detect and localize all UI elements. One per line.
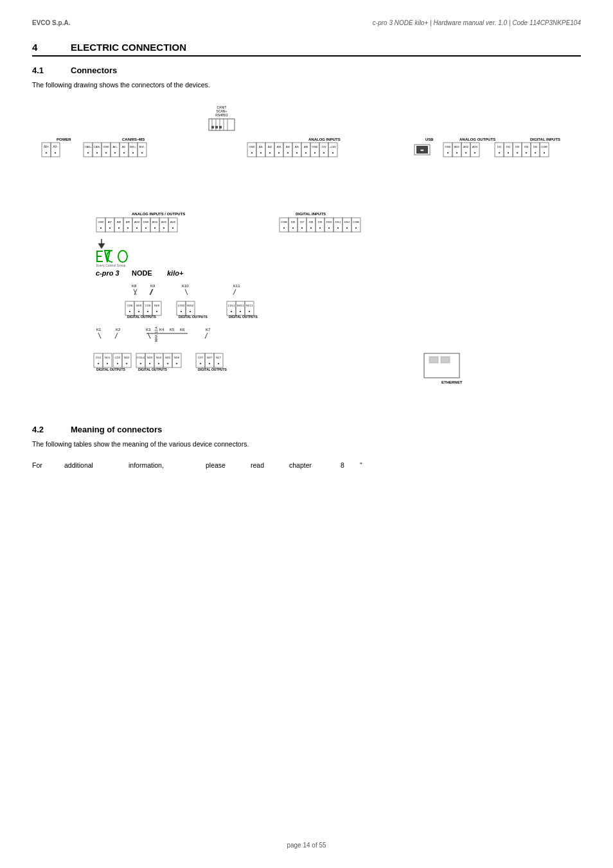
section42-heading: 4.2 Meaning of connectors: [32, 425, 581, 434]
svg-text:⬌: ⬌: [420, 148, 424, 152]
svg-text:●: ●: [163, 226, 165, 229]
svg-marker-164: [98, 244, 105, 249]
svg-text:AI4: AI4: [286, 145, 290, 148]
page-header: EVCO S.p.A. c-pro 3 NODE kilo+ | Hardwar…: [32, 19, 581, 26]
svg-text:AI10: AI10: [134, 220, 140, 224]
svg-text:K11: K11: [233, 284, 240, 288]
svg-text:K5: K5: [170, 328, 175, 332]
page-footer: page 14 of 55: [0, 842, 613, 849]
svg-text:●: ●: [456, 151, 458, 154]
svg-text:GND: GND: [98, 220, 104, 224]
svg-text:●: ●: [114, 151, 116, 154]
svg-text:NO8: NO8: [136, 304, 142, 307]
svg-text:●: ●: [240, 310, 242, 313]
svg-text:AO2: AO2: [463, 145, 469, 148]
svg-text:●: ●: [126, 362, 128, 365]
svg-text:AI8: AI8: [117, 220, 121, 224]
svg-text:BI2/-: BI2/-: [139, 145, 145, 148]
svg-text:COM: COM: [353, 220, 359, 224]
section42-number: 4.2: [32, 425, 51, 434]
svg-text:c-pro 3: c-pro 3: [96, 269, 120, 277]
svg-text:●: ●: [140, 362, 142, 365]
diagram-svg: CAN/T SCAN+ RS485/2 POWER CAN/RS-485 ANA…: [32, 101, 585, 409]
svg-rect-11: [219, 126, 222, 128]
svg-text:NC11: NC11: [246, 304, 253, 307]
svg-text:●: ●: [310, 226, 312, 229]
svg-text:CO2: CO2: [115, 356, 121, 359]
svg-text:DIGITAL OUTPUTS: DIGITAL OUTPUTS: [138, 368, 167, 371]
svg-text:K2: K2: [116, 328, 121, 332]
svg-text:K8: K8: [132, 284, 137, 288]
svg-text:●: ●: [55, 151, 57, 154]
section41-heading: 4.1 Connectors: [32, 66, 581, 75]
svg-text:●: ●: [499, 151, 501, 154]
additional-label: additional: [64, 460, 129, 471]
svg-text:●: ●: [231, 310, 233, 313]
svg-text:DIGITAL OUTPUTS: DIGITAL OUTPUTS: [179, 315, 208, 319]
doc-title-italic: c-pro 3 NODE kilo+: [373, 19, 428, 26]
svg-line-224: [115, 333, 118, 339]
svg-text:DI2: DI2: [506, 145, 511, 148]
svg-text:NO1: NO1: [105, 356, 111, 359]
svg-text:●: ●: [535, 151, 537, 154]
svg-text:BI2/+: BI2/+: [130, 145, 136, 148]
svg-line-184: [185, 289, 188, 295]
svg-text:●: ●: [209, 362, 211, 365]
svg-text:DI7: DI7: [300, 220, 305, 224]
svg-text:DI4: DI4: [524, 145, 529, 148]
svg-text:CO8: CO8: [127, 304, 133, 307]
svg-text:AI/-: AI/-: [122, 145, 127, 148]
svg-text:DI5: DI5: [533, 145, 538, 148]
svg-text:CO3+0: CO3+0: [137, 356, 146, 359]
svg-text:NO4: NO4: [156, 356, 162, 359]
svg-text:kilo+: kilo+: [167, 269, 184, 277]
svg-text:AI9: AI9: [126, 220, 130, 224]
svg-text:●: ●: [190, 310, 191, 313]
svg-text:●: ●: [465, 151, 467, 154]
svg-text:●: ●: [526, 151, 528, 154]
svg-text:●: ●: [447, 151, 449, 154]
svg-text:K10: K10: [182, 284, 189, 288]
svg-text:DI11: DI11: [335, 220, 341, 224]
section41-number: 4.1: [32, 66, 51, 75]
svg-text:●: ●: [141, 151, 143, 154]
connector-diagram: CAN/T SCAN+ RS485/2 POWER CAN/RS-485 ANA…: [32, 101, 581, 409]
svg-text:DI6: DI6: [291, 220, 296, 224]
section41-title: Connectors: [71, 66, 117, 75]
svg-text:AI6: AI6: [304, 145, 308, 148]
svg-text:●: ●: [332, 151, 334, 154]
svg-line-185: [233, 289, 236, 295]
svg-text:●: ●: [218, 362, 220, 365]
svg-text:DIGITAL INPUTS: DIGITAL INPUTS: [296, 212, 326, 216]
svg-text:AO6: AO6: [170, 220, 176, 224]
svg-text:NO6: NO6: [174, 356, 180, 359]
svg-text:●: ●: [474, 151, 476, 154]
svg-text:GND: GND: [445, 145, 451, 148]
svg-text:NO10: NO10: [187, 304, 194, 307]
svg-text:NO9: NO9: [154, 304, 160, 307]
svg-text:CO7: CO7: [198, 356, 204, 359]
svg-text:●: ●: [323, 151, 325, 154]
svg-text:USB: USB: [425, 137, 434, 141]
svg-text:●: ●: [296, 151, 298, 154]
svg-text:POWER: POWER: [57, 137, 71, 141]
svg-text:●: ●: [249, 310, 251, 313]
svg-text:●: ●: [145, 226, 147, 229]
svg-text:AI1: AI1: [259, 145, 263, 148]
svg-text:RS485/2: RS485/2: [215, 113, 228, 117]
svg-text:●: ●: [117, 362, 119, 365]
svg-rect-167: [96, 251, 103, 252]
svg-point-171: [118, 251, 127, 262]
svg-text:●: ●: [508, 151, 510, 154]
section42-title: Meaning of connectors: [71, 425, 162, 434]
svg-text:●: ●: [100, 226, 102, 229]
svg-text:DIGITAL OUTPUTS: DIGITAL OUTPUTS: [96, 368, 125, 371]
svg-text:NC7: NC7: [216, 356, 222, 359]
svg-text:●: ●: [283, 226, 285, 229]
section42-body: The following tables show the meaning of…: [32, 439, 581, 450]
svg-text:●: ●: [109, 226, 111, 229]
svg-text:GND: GND: [312, 145, 318, 148]
svg-text:DI12: DI12: [344, 220, 350, 224]
svg-text:COM: COM: [281, 220, 287, 224]
svg-text:●: ●: [107, 362, 109, 365]
